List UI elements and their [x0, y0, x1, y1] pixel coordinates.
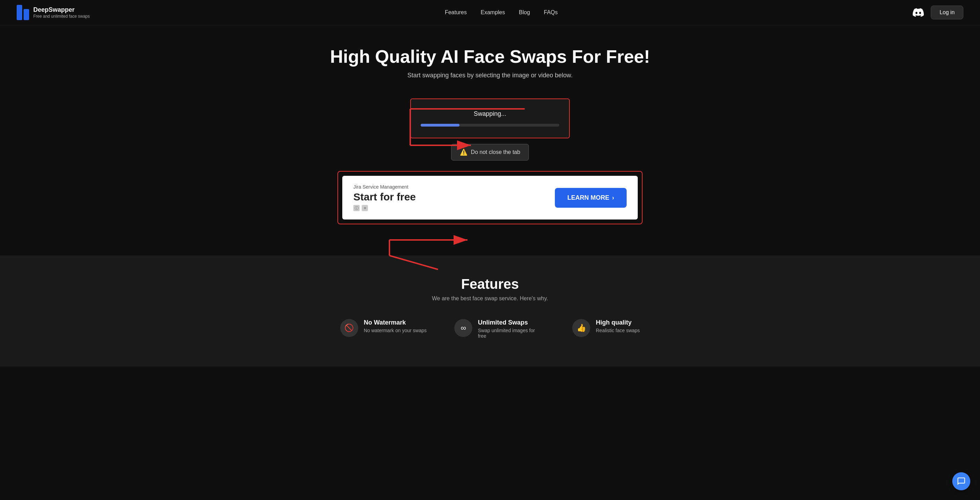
- nav-faqs[interactable]: FAQs: [544, 10, 558, 16]
- progress-bar-fill: [421, 124, 460, 127]
- feature-desc-2: Realistic face swaps: [596, 328, 640, 333]
- svg-rect-1: [24, 9, 29, 20]
- hero-section: High Quality AI Face Swaps For Free! Sta…: [0, 25, 980, 99]
- ad-x-badge: ⓘ: [353, 205, 360, 211]
- discord-icon[interactable]: [913, 7, 924, 18]
- swapping-status: Swapping...: [421, 110, 559, 118]
- nav-blog[interactable]: Blog: [519, 10, 530, 16]
- progress-bar-track: [421, 124, 559, 127]
- high-quality-icon: 👍: [572, 319, 590, 337]
- feature-unlimited-swaps: ∞ Unlimited Swaps Swap unlimited images …: [454, 319, 544, 339]
- no-watermark-icon: 🚫: [340, 319, 358, 337]
- feature-name-2: High quality: [596, 319, 640, 326]
- warning-badge: ⚠️ Do not close the tab: [451, 144, 529, 161]
- main-content: Swapping... ⚠️ Do not close the tab: [0, 99, 980, 248]
- hero-title: High Quality AI Face Swaps For Free!: [7, 46, 973, 67]
- logo-icon: [17, 5, 29, 20]
- ad-inner: Jira Service Management Start for free ⓘ…: [342, 176, 638, 220]
- feature-name-0: No Watermark: [364, 319, 426, 326]
- chat-icon: [957, 477, 966, 486]
- ad-small-label: Jira Service Management: [353, 184, 416, 189]
- feature-name-1: Unlimited Swaps: [478, 319, 544, 326]
- chat-bubble-button[interactable]: [952, 472, 970, 490]
- navbar-right: Log in: [913, 6, 963, 19]
- ad-close-badge[interactable]: ✕: [362, 205, 368, 211]
- features-grid: 🚫 No Watermark No watermark on your swap…: [17, 319, 963, 339]
- feature-desc-0: No watermark on your swaps: [364, 328, 426, 333]
- hero-subtitle: Start swapping faces by selecting the im…: [7, 72, 973, 79]
- ad-text-block: Jira Service Management Start for free ⓘ…: [353, 184, 416, 211]
- ad-section: Jira Service Management Start for free ⓘ…: [0, 171, 980, 225]
- features-title: Features: [17, 276, 963, 292]
- ad-outer-box: Jira Service Management Start for free ⓘ…: [337, 171, 643, 225]
- warning-icon: ⚠️: [460, 148, 468, 156]
- warning-text: Do not close the tab: [471, 149, 520, 155]
- features-section: Features We are the best face swap servi…: [0, 256, 980, 366]
- feature-no-watermark: 🚫 No Watermark No watermark on your swap…: [340, 319, 426, 339]
- ad-title: Start for free: [353, 191, 416, 203]
- bottom-arrow-area: [0, 235, 980, 248]
- nav-examples[interactable]: Examples: [480, 10, 505, 16]
- brand-info: DeepSwapper Free and unlimited face swap…: [33, 6, 90, 19]
- nav-features[interactable]: Features: [445, 10, 467, 16]
- learn-more-button[interactable]: LEARN MORE ›: [555, 188, 627, 208]
- feature-high-quality: 👍 High quality Realistic face swaps: [572, 319, 640, 339]
- feature-desc-1: Swap unlimited images for free: [478, 328, 544, 339]
- login-button[interactable]: Log in: [931, 6, 963, 19]
- brand: DeepSwapper Free and unlimited face swap…: [17, 5, 90, 20]
- swapping-box: Swapping...: [410, 99, 570, 139]
- brand-tagline: Free and unlimited face swaps: [33, 14, 90, 19]
- svg-rect-0: [17, 5, 22, 20]
- brand-name: DeepSwapper: [33, 6, 90, 14]
- ad-badge-row: ⓘ ✕: [353, 205, 416, 211]
- features-subtitle: We are the best face swap service. Here'…: [17, 295, 963, 302]
- navbar: DeepSwapper Free and unlimited face swap…: [0, 0, 980, 25]
- unlimited-swaps-icon: ∞: [454, 319, 473, 337]
- navbar-center: Features Examples Blog FAQs: [445, 10, 558, 16]
